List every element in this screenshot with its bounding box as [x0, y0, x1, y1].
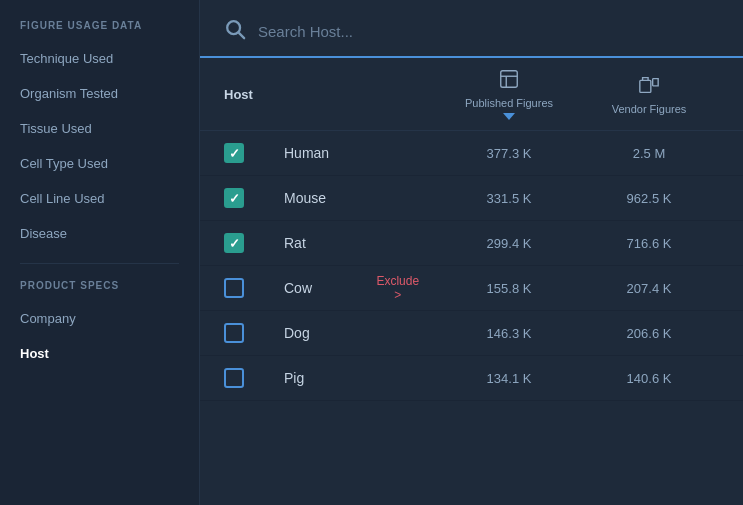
table-row: Dog 146.3 K 206.6 K	[200, 311, 743, 356]
col-vendor-header: Vendor Figures	[579, 74, 719, 115]
row-label: Mouse	[274, 190, 439, 206]
table-row: Pig 134.1 K 140.6 K	[200, 356, 743, 401]
row-label: Cow	[274, 280, 357, 296]
svg-rect-5	[640, 80, 651, 92]
row-checkbox[interactable]	[224, 143, 244, 163]
sidebar-item-tissue[interactable]: Tissue Used	[0, 111, 199, 146]
search-icon	[224, 18, 246, 44]
row-label: Dog	[274, 325, 439, 341]
search-input[interactable]	[258, 23, 719, 40]
product-specs-label: PRODUCT SPECS	[0, 280, 199, 301]
published-icon	[498, 68, 520, 93]
svg-line-1	[239, 33, 244, 38]
row-published: 155.8 K	[439, 281, 579, 296]
sidebar-item-organism[interactable]: Organism Tested	[0, 76, 199, 111]
row-vendor: 962.5 K	[579, 191, 719, 206]
table-row: Mouse 331.5 K 962.5 K	[200, 176, 743, 221]
figure-usage-label: FIGURE USAGE DATA	[0, 20, 199, 41]
sidebar: FIGURE USAGE DATA Technique Used Organis…	[0, 0, 200, 505]
row-label: Human	[274, 145, 439, 161]
sidebar-item-host[interactable]: Host	[0, 336, 199, 371]
exclude-button[interactable]: Exclude >	[376, 274, 419, 302]
row-vendor: 2.5 M	[579, 146, 719, 161]
sidebar-item-cell-line[interactable]: Cell Line Used	[0, 181, 199, 216]
sidebar-divider	[20, 263, 179, 264]
row-checkbox[interactable]	[224, 233, 244, 253]
sidebar-item-cell-type[interactable]: Cell Type Used	[0, 146, 199, 181]
vendor-icon	[638, 74, 660, 99]
table-header: Host Published Figures	[200, 58, 743, 131]
row-label: Pig	[274, 370, 439, 386]
svg-rect-2	[501, 71, 518, 88]
main-content: Host Published Figures	[200, 0, 743, 505]
search-bar	[200, 0, 743, 58]
row-published: 331.5 K	[439, 191, 579, 206]
row-checkbox[interactable]	[224, 188, 244, 208]
sidebar-item-disease[interactable]: Disease	[0, 216, 199, 251]
col-host-header: Host	[224, 87, 439, 102]
table-row: Human 377.3 K 2.5 M	[200, 131, 743, 176]
table-row: Rat 299.4 K 716.6 K	[200, 221, 743, 266]
row-published: 377.3 K	[439, 146, 579, 161]
row-checkbox[interactable]	[224, 278, 244, 298]
row-vendor: 207.4 K	[579, 281, 719, 296]
row-vendor: 206.6 K	[579, 326, 719, 341]
table-row: Cow Exclude > 155.8 K 207.4 K	[200, 266, 743, 311]
row-vendor: 716.6 K	[579, 236, 719, 251]
row-label: Rat	[274, 235, 439, 251]
row-published: 299.4 K	[439, 236, 579, 251]
row-vendor: 140.6 K	[579, 371, 719, 386]
svg-point-0	[227, 21, 240, 34]
sidebar-item-company[interactable]: Company	[0, 301, 199, 336]
row-checkbox[interactable]	[224, 368, 244, 388]
sort-arrow	[503, 113, 515, 120]
row-checkbox[interactable]	[224, 323, 244, 343]
sidebar-item-technique[interactable]: Technique Used	[0, 41, 199, 76]
row-published: 146.3 K	[439, 326, 579, 341]
table-container: Host Published Figures	[200, 58, 743, 505]
col-published-header: Published Figures	[439, 68, 579, 120]
row-published: 134.1 K	[439, 371, 579, 386]
